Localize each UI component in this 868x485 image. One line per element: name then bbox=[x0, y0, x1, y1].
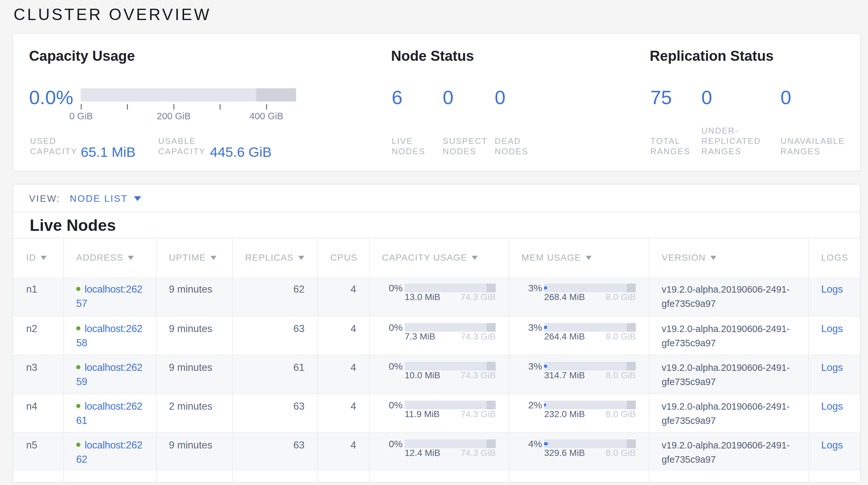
node-status-stat-label-1: SUSPECTNODES bbox=[443, 136, 488, 156]
node-status-title: Node Status bbox=[391, 49, 474, 63]
node-cpus-cell: 4 bbox=[317, 277, 369, 316]
node-id-cell: n1 bbox=[13, 277, 63, 316]
cluster-summary-card: Capacity Usage 0.0% 0 GiB 200 GiB 400 Gi… bbox=[13, 34, 860, 170]
mem-usage-bar-row: 4% bbox=[522, 439, 636, 448]
mem-usage-percent: 3% bbox=[522, 281, 542, 295]
table-body: n1localhost:262579 minutes6240%13.0 MiB7… bbox=[13, 277, 860, 471]
mem-usage-bar-track bbox=[544, 439, 636, 448]
chevron-down-icon[interactable] bbox=[134, 196, 141, 201]
used-capacity-label: USED CAPACITY bbox=[30, 136, 85, 156]
sort-desc-icon bbox=[299, 256, 304, 260]
column-header-capacity-usage[interactable]: CAPACITY USAGE bbox=[369, 238, 508, 277]
capacity-usage-percent: 0% bbox=[382, 281, 403, 295]
mem-usage-cell: 3%264.4 MiB8.0 GiB bbox=[508, 317, 649, 355]
mem-usage-bar-fill bbox=[544, 442, 548, 445]
capacity-usage-values-row: 7.3 MiB74.3 GiB bbox=[405, 332, 496, 341]
node-uptime-cell: 9 minutes bbox=[156, 277, 232, 316]
node-logs-cell: Logs bbox=[808, 433, 860, 471]
view-dropdown[interactable]: NODE LIST bbox=[70, 194, 128, 203]
sort-desc-icon bbox=[211, 256, 216, 260]
column-divider bbox=[317, 238, 318, 482]
capacity-usage-bar-track bbox=[405, 362, 496, 371]
replication-stat-value-1: 0 bbox=[702, 88, 712, 107]
column-header-uptime[interactable]: UPTIME bbox=[156, 238, 232, 277]
capacity-used-value: 10.0 MiB bbox=[405, 371, 440, 380]
node-address-link[interactable]: localhost:26259 bbox=[76, 362, 143, 387]
axis-tick-label: 0 GiB bbox=[55, 112, 107, 121]
mem-used-value: 268.4 MiB bbox=[544, 293, 585, 302]
node-logs-link[interactable]: Logs bbox=[821, 362, 843, 373]
node-id-cell: n3 bbox=[13, 355, 63, 394]
node-id-cell: n2 bbox=[13, 317, 63, 355]
capacity-total-value: 74.3 GiB bbox=[461, 410, 496, 419]
column-header-address[interactable]: ADDRESS bbox=[63, 238, 156, 277]
node-replicas-cell: 63 bbox=[232, 433, 317, 471]
node-row-n1: n1localhost:262579 minutes6240%13.0 MiB7… bbox=[13, 277, 860, 316]
axis-tick bbox=[174, 104, 175, 110]
mem-usage-bar-reserved-segment bbox=[627, 284, 636, 292]
mem-usage-bar-fill bbox=[544, 326, 547, 329]
capacity-usage-bar: 0 GiB 200 GiB 400 GiB bbox=[81, 88, 296, 102]
node-status-stat-label-2: DEADNODES bbox=[495, 136, 528, 156]
column-header-mem-usage[interactable]: MEM USAGE bbox=[508, 238, 649, 277]
sort-desc-icon bbox=[710, 256, 716, 260]
node-address-link[interactable]: localhost:26261 bbox=[76, 401, 143, 426]
node-version-cell: v19.2.0-alpha.20190606-2491-gfe735c9a97 bbox=[649, 277, 808, 316]
column-header-cpus: CPUS bbox=[317, 238, 369, 277]
node-logs-cell: Logs bbox=[808, 355, 860, 394]
mem-used-value: 232.0 MiB bbox=[544, 410, 585, 419]
column-header-id[interactable]: ID bbox=[13, 238, 63, 277]
node-row-n4: n4localhost:262612 minutes6340%11.9 MiB7… bbox=[13, 394, 860, 432]
column-header-replicas[interactable]: REPLICAS bbox=[232, 238, 317, 277]
capacity-used-value: 7.3 MiB bbox=[405, 332, 435, 341]
axis-tick bbox=[127, 104, 128, 110]
node-address-link[interactable]: localhost:26258 bbox=[76, 323, 143, 348]
node-cpus-cell: 4 bbox=[317, 355, 369, 394]
column-divider bbox=[232, 238, 233, 482]
column-header-label: ID bbox=[26, 253, 36, 263]
mem-usage-values-row: 314.7 MiB8.0 GiB bbox=[544, 371, 636, 380]
node-id-cell: n4 bbox=[13, 394, 63, 432]
capacity-usage-values-row: 11.9 MiB74.3 GiB bbox=[405, 410, 496, 419]
sort-desc-icon bbox=[472, 256, 477, 260]
capacity-usage-values-row: 10.0 MiB74.3 GiB bbox=[405, 371, 496, 380]
mem-usage-bar-track bbox=[544, 284, 636, 292]
sort-desc-icon bbox=[586, 256, 592, 260]
mem-used-value: 329.6 MiB bbox=[544, 449, 585, 458]
node-logs-link[interactable]: Logs bbox=[821, 439, 843, 451]
capacity-usage-percent: 0% bbox=[382, 437, 403, 451]
mem-usage-cell: 2%232.0 MiB8.0 GiB bbox=[508, 394, 649, 432]
capacity-usage-bar-track bbox=[405, 284, 496, 292]
column-header-label: MEM USAGE bbox=[522, 253, 581, 263]
node-row-n3: n3localhost:262599 minutes6140%10.0 MiB7… bbox=[13, 355, 860, 394]
page-title: CLUSTER OVERVIEW bbox=[13, 6, 211, 23]
capacity-usage-bar-row: 0% bbox=[382, 284, 496, 292]
capacity-usage-bar-reserved-segment bbox=[487, 439, 496, 448]
node-logs-link[interactable]: Logs bbox=[821, 323, 843, 334]
mem-usage-values-row: 268.4 MiB8.0 GiB bbox=[544, 293, 636, 302]
node-uptime-cell: 2 minutes bbox=[156, 394, 232, 432]
mem-total-value: 8.0 GiB bbox=[606, 332, 636, 341]
axis-tick bbox=[81, 104, 82, 110]
replication-stat-value-2: 0 bbox=[780, 88, 791, 107]
mem-usage-bar-track bbox=[544, 401, 636, 409]
capacity-bar-track bbox=[81, 88, 296, 102]
mem-usage-bar-row: 2% bbox=[522, 401, 636, 409]
capacity-used-value: 12.4 MiB bbox=[405, 449, 440, 458]
view-selector-row: VIEW: NODE LIST bbox=[13, 184, 860, 212]
column-divider bbox=[649, 238, 649, 482]
capacity-usage-cell: 0%12.4 MiB74.3 GiB bbox=[369, 433, 508, 471]
live-nodes-table: IDADDRESSUPTIMEREPLICASCPUSCAPACITY USAG… bbox=[13, 238, 860, 482]
capacity-usage-cell: 0%13.0 MiB74.3 GiB bbox=[369, 277, 508, 316]
capacity-usage-bar-track bbox=[405, 439, 496, 448]
node-logs-link[interactable]: Logs bbox=[821, 284, 843, 295]
node-address-link[interactable]: localhost:26262 bbox=[76, 439, 143, 465]
node-logs-link[interactable]: Logs bbox=[821, 401, 843, 412]
node-version-cell: v19.2.0-alpha.20190606-2491-gfe735c9a97 bbox=[649, 394, 808, 432]
node-address-link[interactable]: localhost:26257 bbox=[76, 284, 143, 309]
node-replicas-cell: 61 bbox=[232, 355, 317, 394]
column-header-version[interactable]: VERSION bbox=[649, 238, 808, 277]
mem-usage-bar-fill bbox=[544, 403, 546, 406]
column-header-label: UPTIME bbox=[169, 253, 206, 263]
live-nodes-title: Live Nodes bbox=[30, 217, 116, 233]
